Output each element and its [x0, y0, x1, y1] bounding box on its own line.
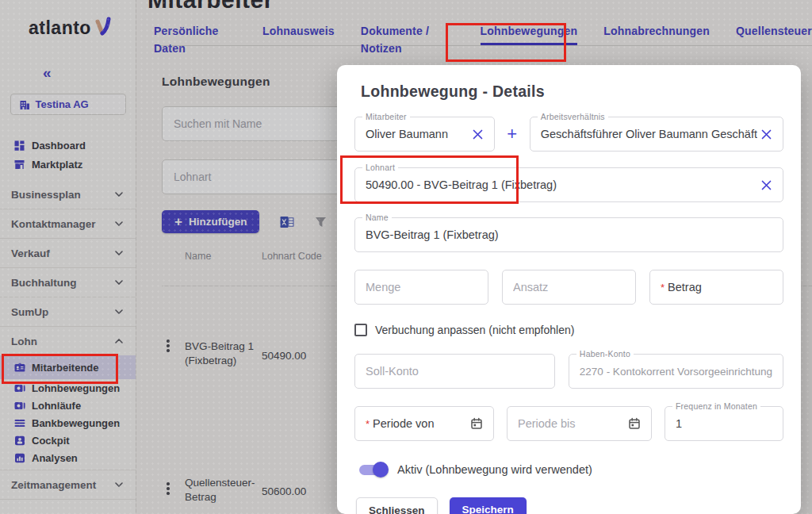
app-screen: atlanto « Testina AG Dashboard [0, 0, 812, 514]
mitarbeiter-field[interactable]: Mitarbeiter Oliver Baumann [354, 117, 495, 152]
periode-bis-field[interactable]: Periode bis [507, 406, 652, 441]
modal-row-4: Menge Ansatz * Betrag [354, 270, 783, 305]
soll-konto-field[interactable]: Soll-Konto [354, 354, 555, 389]
modal-row-5: Soll-Konto Haben-Konto 2270 - Kontokorre… [354, 354, 783, 389]
frequenz-field[interactable]: Frequenz in Monaten 1 [665, 406, 783, 441]
modal-buttons: Schliessen Speichern [356, 497, 783, 514]
clear-icon[interactable] [760, 179, 772, 191]
name-field[interactable]: Name BVG-Beitrag 1 (Fixbetrag) [354, 217, 783, 252]
checkbox-label: Verbuchung anpassen (nicht empfohlen) [375, 324, 574, 336]
checkbox-icon[interactable] [354, 324, 367, 336]
periode-von-field[interactable]: * Periode von [354, 406, 494, 441]
lohnbewegung-details-modal: Lohnbewegung - Details Mitarbeiter Olive… [337, 65, 801, 514]
calendar-icon[interactable] [628, 417, 641, 430]
betrag-field[interactable]: * Betrag [649, 270, 783, 305]
close-button[interactable]: Schliessen [356, 497, 438, 514]
toggle-label: Aktiv (Lohnbewegung wird verwendet) [397, 463, 592, 476]
add-mitarbeiter-button[interactable]: + [495, 124, 530, 144]
clear-icon[interactable] [760, 128, 772, 140]
verbuchung-checkbox-row[interactable]: Verbuchung anpassen (nicht empfohlen) [354, 323, 783, 337]
ansatz-field[interactable]: Ansatz [502, 270, 636, 305]
required-mark: * [661, 282, 665, 293]
modal-row-1: Mitarbeiter Oliver Baumann + Arbeitsverh… [354, 117, 783, 152]
arbeitsverhaeltnis-field[interactable]: Arbeitsverhältnis Geschäftsführer Oliver… [530, 117, 783, 152]
clear-icon[interactable] [472, 128, 484, 140]
required-mark: * [366, 418, 370, 430]
save-button[interactable]: Speichern [450, 497, 527, 514]
modal-row-2: Lohnart 50490.00 - BVG-Beitrag 1 (Fixbet… [354, 167, 783, 202]
aktiv-toggle-row[interactable]: Aktiv (Lohnbewegung wird verwendet) [359, 461, 783, 478]
modal-row-3: Name BVG-Beitrag 1 (Fixbetrag) [354, 217, 783, 252]
lohnart-field[interactable]: Lohnart 50490.00 - BVG-Beitrag 1 (Fixbet… [354, 167, 783, 202]
modal-row-6: * Periode von Periode bis Frequenz in Mo… [354, 406, 783, 441]
toggle-on-icon[interactable] [359, 465, 386, 475]
modal-title: Lohnbewegung - Details [361, 82, 783, 101]
calendar-icon[interactable] [470, 417, 483, 430]
haben-konto-field: Haben-Konto 2270 - Kontokorrent Vorsorge… [569, 354, 783, 389]
menge-field[interactable]: Menge [354, 270, 488, 305]
